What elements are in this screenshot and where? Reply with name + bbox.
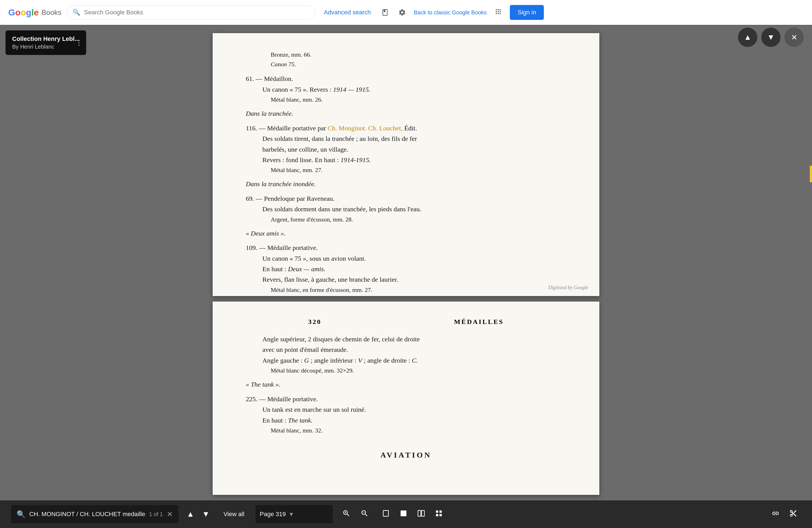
svg-rect-1: [401, 510, 406, 516]
google-apps-button[interactable]: [492, 5, 504, 19]
close-book-button[interactable]: ✕: [784, 28, 804, 47]
svg-rect-3: [421, 510, 424, 516]
page-select-arrow: ▼: [289, 511, 294, 517]
page2-header: 320 MÉDAILLES: [246, 318, 566, 326]
p1-des-soldats2: Des soldats dorment dans une tranchée, l…: [246, 204, 566, 214]
book-title: Collection Henry Lebl...: [12, 35, 79, 43]
book-page-2: 320 MÉDAILLES Angle supérieur, 2 disques…: [213, 302, 599, 495]
top-icons: [379, 6, 408, 18]
p1-109: 109. — Médaille portative.: [246, 243, 566, 253]
top-bar: Google Books 🔍 Advanced search Back to c…: [0, 0, 812, 25]
my-library-button[interactable]: [379, 6, 391, 18]
p1-canon75: Canon 75.: [246, 59, 566, 69]
page-label: Page 319: [260, 511, 286, 518]
book-menu-button[interactable]: ⋮: [76, 39, 82, 47]
p1-deux-amis: « Deux amis ».: [246, 228, 566, 239]
single-page-button[interactable]: [378, 507, 394, 522]
search-prev-button[interactable]: ▲: [184, 507, 197, 522]
p1-argent: Argent, forme d'écusson, mm. 28.: [246, 215, 566, 224]
p2-un-tank: Un tank est en marche sur un sol ruiné.: [246, 404, 566, 415]
p2-metal2: Métal blanc, mm. 32.: [246, 426, 566, 435]
p1-revers1: Revers : fond lisse. En haut : 1914-1915…: [246, 155, 566, 165]
back-classic-link[interactable]: Back to classic Google Books: [414, 10, 487, 16]
page-select-area: Page 319 ▼: [256, 505, 333, 523]
p1-en-haut: En haut : Deux — amis.: [246, 264, 566, 274]
double-page-button[interactable]: [414, 507, 429, 522]
grid-view-button[interactable]: [431, 507, 447, 522]
previous-page-button[interactable]: ▲: [738, 28, 757, 47]
search-result-area: 🔍 CH. MONGINOT / CH. LOUCHET medaille 1 …: [11, 505, 178, 523]
view-mode-buttons: [378, 507, 447, 522]
p1-69: 69. — Pendeloque par Raveneau.: [246, 193, 566, 204]
page-content-2: Angle supérieur, 2 disques de chemin de …: [246, 334, 566, 461]
logo-area: Google Books: [8, 8, 61, 18]
action-buttons: [768, 507, 801, 522]
p1-metal1: Métal blanc, mm. 26.: [246, 95, 566, 104]
bottom-nav-btns: ▲ ▼: [184, 507, 213, 522]
p1-dans1: Dans la tranchée.: [246, 108, 566, 119]
advanced-search-link[interactable]: Advanced search: [324, 9, 371, 16]
p2-en-haut: En haut : The tank.: [246, 415, 566, 426]
scissors-button[interactable]: [785, 507, 801, 522]
next-page-button[interactable]: ▼: [761, 28, 781, 47]
page-content-1: Bronze, mm. 66. Canon 75. 61. — Médaillo…: [246, 50, 566, 345]
p1-un-canon: Un canon « 75 ». Revers : 1914 — 1915.: [246, 84, 566, 95]
svg-rect-0: [383, 510, 388, 516]
p2-avec: avec un point d'émail émeraude.: [246, 344, 566, 355]
search-input[interactable]: [84, 9, 309, 16]
signin-button[interactable]: Sign in: [510, 5, 544, 20]
close-search-button[interactable]: ✕: [167, 510, 173, 518]
p1-barbeles: barbelés, une colline, un village.: [246, 144, 566, 155]
main-content: Bronze, mm. 66. Canon 75. 61. — Médaillo…: [0, 25, 812, 528]
zoom-in-button[interactable]: [338, 507, 354, 522]
book-author: By Henri Leblanc: [12, 44, 79, 50]
stop-button[interactable]: [396, 507, 411, 522]
view-all-button[interactable]: View all: [218, 508, 250, 520]
p1-metal3: Métal blanc, en forme d'écusson, mm. 27.: [246, 285, 566, 295]
page-nav-buttons: ▲ ▼ ✕: [738, 28, 804, 47]
p1-61: 61. — Médaillon.: [246, 73, 566, 84]
p1-bronze: Bronze, mm. 66.: [246, 50, 566, 59]
p2-the-tank-q: « The tank ».: [246, 379, 566, 390]
zoom-out-button[interactable]: [357, 507, 373, 522]
p2-aviation: AVIATION: [246, 449, 566, 461]
p1-dans-inondee: Dans la tranchée inondée.: [246, 179, 566, 189]
bottom-search-icon: 🔍: [17, 510, 25, 518]
p2-angle: Angle supérieur, 2 disques de chemin de …: [246, 334, 566, 344]
zoom-buttons: [338, 507, 373, 522]
digitized-label: Digitized by Google: [548, 285, 588, 291]
p1-des-soldats: Des soldats tirent, dans la tranchée ; a…: [246, 133, 566, 144]
settings-button[interactable]: [396, 6, 408, 18]
search-icon: 🔍: [73, 9, 80, 16]
p2-metal: Métal blanc découpé, mm. 32×29.: [246, 366, 566, 375]
search-term-display: CH. MONGINOT / CH. LOUCHET medaille: [29, 511, 145, 518]
book-overlay: Collection Henry Lebl... By Henri Leblan…: [5, 30, 86, 55]
bottom-bar: 🔍 CH. MONGINOT / CH. LOUCHET medaille 1 …: [0, 500, 812, 528]
svg-rect-2: [418, 510, 421, 516]
link-button[interactable]: [768, 507, 783, 522]
search-result-count: 1 of 1: [149, 511, 163, 517]
p1-116: 116. — Médaille portative par Ch. Mongin…: [246, 123, 566, 133]
p2-225: 225. — Médaille portative.: [246, 394, 566, 404]
book-page-1: Bronze, mm. 66. Canon 75. 61. — Médaillo…: [213, 33, 599, 296]
google-logo: Google: [8, 8, 39, 18]
p2-angle-g: Angle gauche : G ; angle inférieur : V ;…: [246, 355, 566, 366]
search-next-button[interactable]: ▼: [199, 507, 213, 522]
books-label: Books: [41, 8, 61, 17]
search-area[interactable]: 🔍: [67, 5, 315, 19]
p1-metal2: Métal blanc, mm. 27.: [246, 165, 566, 175]
scroll-position-marker: [810, 166, 812, 182]
p1-revers2: Revers, flan lisse, à gauche, une branch…: [246, 274, 566, 285]
p1-un-canon75: Un canon « 75 », sous un avion volant.: [246, 253, 566, 264]
